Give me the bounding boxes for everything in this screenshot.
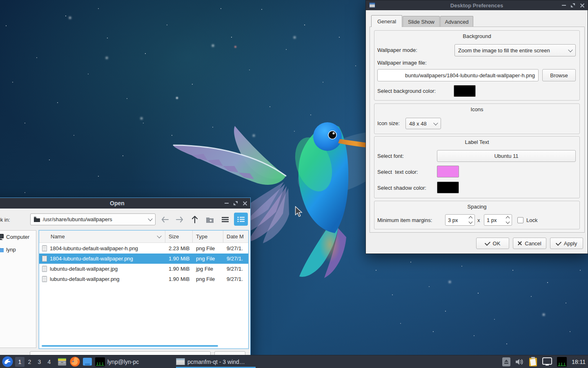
file-list: Name Size Type Date M 1804-lubuntu-defau… <box>39 230 249 349</box>
wallpaper-mode-select[interactable]: Zoom the image to fill the entire screen <box>454 44 576 56</box>
ok-button[interactable]: OK <box>476 238 509 249</box>
table-row-selected[interactable]: 1804-lubuntu-default-wallpaper.png 1.90 … <box>39 254 248 264</box>
up-button[interactable] <box>189 214 200 225</box>
window-title: Desktop Preferences <box>366 2 588 9</box>
file-list-header: Name Size Type Date M <box>39 231 248 243</box>
firefox-launcher[interactable] <box>70 357 80 367</box>
column-header-name[interactable]: Name <box>39 231 165 242</box>
file-icon <box>42 276 47 282</box>
check-icon <box>485 240 490 245</box>
compact-view-button[interactable] <box>220 214 230 225</box>
table-row[interactable]: lubuntu-default-wallpaper.jpg 1.90 MiB j… <box>39 264 248 274</box>
display-icon[interactable] <box>542 357 552 366</box>
forward-button[interactable] <box>174 214 185 225</box>
column-header-date[interactable]: Date M <box>223 231 248 242</box>
file-icon <box>42 245 47 251</box>
tab-general[interactable]: General <box>371 15 402 27</box>
open-dialog-titlebar[interactable]: Open <box>0 198 250 209</box>
spin-arrows-icon[interactable] <box>469 217 472 223</box>
icon-size-select[interactable]: 48 x 48 <box>405 118 441 129</box>
task-pcmanfm[interactable]: pcmanfm-qt - 3 wind… <box>176 355 256 368</box>
close-icon[interactable] <box>243 201 247 206</box>
workspace-4[interactable]: 4 <box>45 357 54 367</box>
stars <box>0 0 1 1</box>
eject-tray-icon[interactable] <box>502 357 510 366</box>
path-select[interactable]: /usr/share/lubuntu/wallpapers <box>30 213 156 225</box>
system-monitor-icon[interactable] <box>557 357 567 367</box>
minimize-icon[interactable] <box>225 203 229 204</box>
column-header-type[interactable]: Type <box>193 231 223 242</box>
table-row[interactable]: 1804-lubuntu-default-wallpaper-h.png 2.2… <box>39 243 248 254</box>
wallpaper-mode-label: Wallpaper mode: <box>377 47 417 53</box>
sidebar-item-home[interactable]: lynp <box>0 244 36 255</box>
tab-advanced[interactable]: Advanced <box>440 16 473 27</box>
group-title: Background <box>374 33 579 39</box>
file-icon <box>42 266 47 272</box>
workspace-1[interactable]: 1 <box>15 357 24 367</box>
sort-descending-icon <box>157 233 161 238</box>
mouse-cursor <box>295 206 303 218</box>
check-icon <box>556 240 561 245</box>
places-sidebar: Computer lynp <box>0 230 36 348</box>
table-row[interactable]: lubuntu-default-wallpaper.png 1.90 MiB p… <box>39 274 248 284</box>
workspace-2[interactable]: 2 <box>25 357 34 367</box>
browse-button[interactable]: Browse <box>542 69 576 81</box>
window-title: Open <box>0 200 250 206</box>
chevron-down-icon <box>433 121 438 125</box>
detail-view-button[interactable] <box>234 213 248 226</box>
detail-list-icon <box>237 216 245 222</box>
open-dialog-window: Open Look in: /usr/share/lubuntu/wallpap… <box>0 197 251 368</box>
cross-icon <box>518 241 522 245</box>
background-color-label: Select background color: <box>377 88 436 94</box>
cancel-button[interactable]: Cancel <box>513 238 546 249</box>
font-button[interactable]: Ubuntu 11 <box>437 150 576 162</box>
text-color-swatch[interactable] <box>437 166 459 177</box>
background-color-swatch[interactable] <box>454 85 476 97</box>
workspace-pager: 1 2 3 4 <box>15 357 54 367</box>
clipboard-icon[interactable] <box>529 357 537 367</box>
file-manager-launcher[interactable] <box>57 357 67 367</box>
group-title: Icons <box>374 106 579 112</box>
close-icon[interactable] <box>580 3 584 8</box>
lock-checkbox[interactable] <box>517 217 523 223</box>
start-menu-button[interactable] <box>2 356 13 367</box>
shadow-color-swatch[interactable] <box>437 182 459 193</box>
desktop-preferences-titlebar[interactable]: Desktop Preferences <box>366 0 588 10</box>
minimize-icon[interactable] <box>562 5 566 6</box>
text-color-label: Select text color: <box>377 169 418 175</box>
column-header-size[interactable]: Size <box>165 231 193 242</box>
margin-y-spinbox[interactable]: 1 px <box>484 214 512 226</box>
margins-separator: x <box>477 217 480 223</box>
back-button[interactable] <box>160 214 170 225</box>
new-folder-button[interactable] <box>205 214 215 225</box>
terminal-icon <box>95 357 105 366</box>
restore-icon[interactable] <box>571 3 575 7</box>
sidebar-item-computer[interactable]: Computer <box>0 231 36 242</box>
pcmanfm-launcher[interactable] <box>82 357 92 366</box>
wallpaper-file-label: Wallpaper image file: <box>377 60 427 66</box>
shadow-color-label: Select shadow color: <box>377 185 426 191</box>
task-terminal[interactable]: lynp@lyn-pc <box>95 355 175 368</box>
spin-arrows-icon[interactable] <box>506 217 509 223</box>
new-folder-icon <box>206 216 214 223</box>
tab-slide-show[interactable]: Slide Show <box>403 16 440 27</box>
arrow-right-icon <box>176 216 184 223</box>
restore-icon[interactable] <box>234 201 238 205</box>
clock[interactable]: 18:11 <box>572 359 586 365</box>
icon-size-label: Icon size: <box>377 120 400 126</box>
file-icon <box>42 256 47 262</box>
chevron-down-icon <box>568 47 572 52</box>
wallpaper-file-input[interactable]: buntu/wallpapers/1804-lubuntu-default-wa… <box>377 69 539 81</box>
group-title: Spacing <box>374 204 579 210</box>
look-in-label: Look in: <box>0 217 10 223</box>
workspace-3[interactable]: 3 <box>35 357 44 367</box>
apply-button[interactable]: Apply <box>550 238 583 249</box>
margins-label: Minimum item margins: <box>377 217 432 223</box>
volume-icon[interactable] <box>515 358 524 366</box>
window-icon <box>176 358 185 365</box>
horizontal-scrollbar[interactable] <box>42 345 218 347</box>
computer-icon <box>0 234 4 240</box>
margin-x-spinbox[interactable]: 3 px <box>445 214 475 226</box>
spacing-group: Spacing <box>374 201 580 229</box>
list-icon <box>222 217 229 222</box>
